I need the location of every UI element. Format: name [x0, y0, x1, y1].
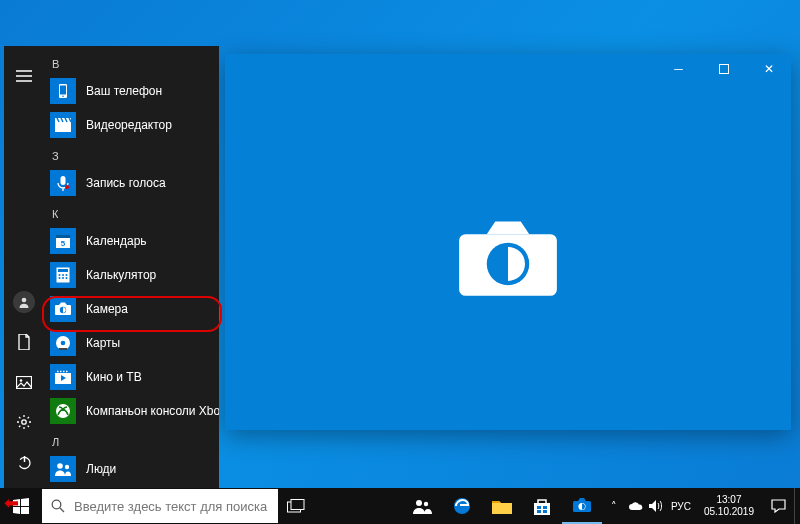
movies-icon: [50, 364, 76, 390]
xbox-icon: [50, 398, 76, 424]
maximize-icon: [719, 64, 729, 74]
camera-app-window: ─ ✕: [225, 54, 791, 430]
app-label: Запись голоса: [86, 176, 166, 190]
svg-rect-10: [60, 86, 66, 95]
show-desktop[interactable]: [794, 488, 800, 524]
taskbar-app-explorer[interactable]: [482, 488, 522, 524]
clock-date: 05.10.2019: [704, 506, 754, 518]
svg-rect-49: [537, 510, 541, 513]
app-item-calendar[interactable]: 5Календарь: [44, 224, 219, 258]
section-letter[interactable]: Л: [44, 428, 219, 452]
app-item-video[interactable]: Видеоредактор: [44, 108, 219, 142]
svg-rect-13: [61, 176, 66, 185]
minimize-icon: ─: [674, 62, 683, 76]
app-label: Компаньон консоли Xbox: [86, 404, 219, 418]
power-icon: [17, 455, 32, 470]
svg-point-20: [59, 274, 61, 276]
app-label: Видеоредактор: [86, 118, 172, 132]
search-placeholder: Введите здесь текст для поиска: [74, 499, 267, 514]
app-item-voice[interactable]: Запись голоса: [44, 166, 219, 200]
user-icon: [13, 291, 35, 313]
svg-point-11: [62, 95, 64, 97]
svg-rect-12: [55, 122, 71, 132]
app-item-phone[interactable]: Ваш телефон: [44, 74, 219, 108]
camera-viewport: [225, 84, 791, 430]
task-view-button[interactable]: [278, 488, 314, 524]
app-item-maps[interactable]: Карты: [44, 326, 219, 360]
svg-point-14: [65, 185, 69, 189]
search-icon: [42, 499, 74, 513]
tray-lang[interactable]: РУС: [666, 488, 696, 524]
folder-icon: [492, 499, 512, 514]
mic-icon: [50, 170, 76, 196]
section-letter[interactable]: З: [44, 142, 219, 166]
store-icon: [533, 498, 551, 515]
power-button[interactable]: [4, 442, 44, 482]
svg-point-37: [56, 404, 70, 418]
svg-rect-35: [63, 371, 65, 373]
pictures-button[interactable]: [4, 362, 44, 402]
svg-point-39: [65, 465, 69, 469]
tray-volume[interactable]: [646, 488, 666, 524]
svg-point-6: [22, 420, 26, 424]
tray-expand[interactable]: ˄: [602, 488, 626, 524]
apps-list[interactable]: ВВаш телефонВидеоредакторЗЗапись голосаК…: [44, 46, 219, 488]
svg-rect-50: [543, 510, 547, 513]
svg-point-24: [62, 277, 64, 279]
app-label: Ваш телефон: [86, 84, 162, 98]
app-label: Календарь: [86, 234, 147, 248]
app-item-xbox[interactable]: Компаньон консоли Xbox: [44, 394, 219, 428]
svg-rect-43: [291, 500, 304, 510]
people-icon: [50, 456, 76, 482]
search-box[interactable]: Введите здесь текст для поиска: [42, 489, 278, 523]
camera-icon: [572, 497, 592, 513]
section-letter[interactable]: В: [44, 50, 219, 74]
svg-rect-47: [537, 506, 541, 509]
minimize-button[interactable]: ─: [656, 54, 701, 84]
start-rail: [4, 46, 44, 488]
calendar-icon: 5: [50, 228, 76, 254]
svg-point-21: [62, 274, 64, 276]
app-item-people[interactable]: Люди: [44, 452, 219, 486]
app-label: Калькулятор: [86, 268, 156, 282]
hamburger-button[interactable]: [4, 56, 44, 96]
svg-rect-19: [58, 269, 68, 272]
start-button[interactable]: [0, 488, 42, 524]
app-item-calc[interactable]: Калькулятор: [44, 258, 219, 292]
svg-rect-36: [66, 371, 68, 373]
svg-rect-33: [57, 371, 59, 373]
svg-rect-30: [59, 348, 67, 350]
svg-point-23: [59, 277, 61, 279]
start-menu: ВВаш телефонВидеоредакторЗЗапись голосаК…: [4, 46, 219, 488]
people-icon: [412, 498, 432, 514]
gear-icon: [16, 414, 32, 430]
app-label: Камера: [86, 302, 128, 316]
svg-point-29: [61, 341, 66, 346]
settings-button[interactable]: [4, 402, 44, 442]
tray-clock[interactable]: 13:07 05.10.2019: [696, 494, 762, 518]
taskbar-app-people[interactable]: [402, 488, 442, 524]
calc-icon: [50, 262, 76, 288]
svg-line-41: [60, 508, 64, 512]
hamburger-icon: [16, 70, 32, 82]
close-button[interactable]: ✕: [746, 54, 791, 84]
clock-time: 13:07: [704, 494, 754, 506]
tray-onedrive[interactable]: [626, 488, 646, 524]
section-letter[interactable]: К: [44, 200, 219, 224]
chevron-up-icon: ˄: [611, 500, 617, 513]
taskbar-app-camera[interactable]: [562, 488, 602, 524]
pictures-icon: [16, 376, 32, 389]
taskbar-app-store[interactable]: [522, 488, 562, 524]
app-item-movies[interactable]: Кино и ТВ: [44, 360, 219, 394]
edge-icon: [453, 497, 471, 515]
cloud-icon: [628, 501, 643, 511]
taskbar-app-edge[interactable]: [442, 488, 482, 524]
tray-notifications[interactable]: [762, 488, 794, 524]
user-button[interactable]: [4, 282, 44, 322]
documents-button[interactable]: [4, 322, 44, 362]
maximize-button[interactable]: [701, 54, 746, 84]
app-item-camera[interactable]: Камера: [44, 292, 219, 326]
clapper-icon: [50, 112, 76, 138]
lang-label: РУС: [671, 501, 691, 512]
svg-point-40: [52, 500, 61, 509]
